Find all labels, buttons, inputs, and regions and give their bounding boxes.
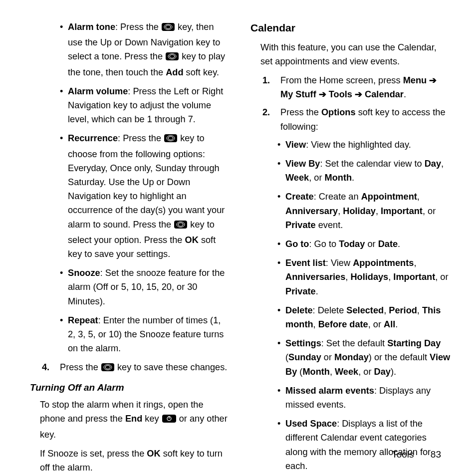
options-label: Options [321, 107, 356, 117]
arrow-icon: ➔ [427, 75, 437, 85]
subheading-turning-off: Turning Off an Alarm [30, 380, 231, 395]
text: , [313, 319, 318, 329]
text: , [441, 159, 444, 169]
paragraph: To stop the alarm when it rings, open th… [40, 398, 231, 442]
bullet-alarm-tone: Alarm tone: Press the key, then use the … [60, 20, 231, 79]
anniversaries-label: Anniversaries [285, 272, 345, 282]
step-number: 1. [262, 73, 270, 87]
end-key-icon [162, 413, 177, 427]
beforedate-label: Before date [318, 319, 368, 329]
paragraph: If Snooze is set, press the OK soft key … [40, 447, 231, 475]
text: ). [391, 367, 396, 377]
calendar-label: Calendar [365, 89, 404, 99]
text: key to choose from the following options… [68, 133, 225, 229]
text: : View the highlighted day. [306, 140, 411, 150]
opt-missed: Missed alarm events: Displays any missed… [277, 384, 451, 412]
label: Snooze [68, 268, 100, 278]
period-label: Period [389, 305, 417, 315]
opt-used-space: Used Space: Displays a list of the diffe… [277, 417, 451, 473]
ok-key-icon [161, 21, 175, 35]
menu-label: Menu [403, 75, 427, 85]
text: : Delete [313, 305, 347, 315]
label: Missed alarm events [285, 386, 374, 396]
text: or [321, 352, 334, 362]
opt-view: View: View the highlighted day. [277, 138, 451, 152]
opt-delete: Delete: Delete Selected, Period, This mo… [277, 303, 451, 331]
label: Recurrence [68, 133, 118, 143]
bullet-alarm-volume: Alarm volume: Press the Left or Right Na… [60, 84, 231, 127]
label: View By [285, 159, 320, 169]
text: From the Home screen, press [280, 75, 403, 85]
text: , [414, 258, 416, 268]
label: Settings [285, 338, 321, 348]
text: ) or the default [369, 352, 430, 362]
text: . [404, 89, 406, 99]
text: , [384, 305, 389, 315]
text: , or [423, 206, 436, 216]
month-label: Month [302, 367, 330, 377]
text: If Snooze is set, press the [40, 449, 147, 459]
page-footer: Tools 83 [392, 449, 441, 460]
text: : Go to [309, 239, 339, 249]
opt-view-by: View By: Set the calendar view to Day, W… [277, 157, 451, 185]
appointment-label: Appointment [361, 192, 417, 202]
text: . [398, 239, 400, 249]
text: soft key. [184, 67, 219, 77]
step-1: 1. From the Home screen, press Menu ➔ My… [262, 73, 451, 101]
ok-key-icon [174, 219, 188, 233]
all-label: All [384, 319, 395, 329]
important-label: Important [381, 206, 423, 216]
text: event. [316, 220, 343, 230]
opt-create: Create: Create an Appointment, Anniversa… [277, 190, 451, 232]
ok-key-icon [164, 133, 178, 147]
heading-calendar: Calendar [250, 20, 451, 36]
add-label: Add [166, 67, 183, 77]
text: , or [368, 319, 384, 329]
text: key [142, 414, 161, 424]
day-label: Day [425, 159, 441, 169]
text: , [376, 206, 381, 216]
startingday-label: Starting Day [387, 338, 441, 348]
week-label: Week [285, 173, 309, 183]
date-label: Date [378, 239, 398, 249]
label: Go to [285, 239, 309, 249]
opt-goto: Go to: Go to Today or Date. [277, 237, 451, 251]
left-column: Alarm tone: Press the key, then use the … [30, 20, 231, 466]
week-label: Week [335, 367, 358, 377]
selected-label: Selected [346, 305, 384, 315]
text: , [345, 272, 350, 282]
end-label: End [125, 414, 142, 424]
month-label: Month [325, 173, 352, 183]
opt-event-list: Event list: View Appointments, Anniversa… [277, 256, 451, 298]
label: Used Space [285, 419, 337, 429]
label: Create [285, 192, 314, 202]
bullet-repeat: Repeat: Enter the number of times (1, 2,… [60, 313, 231, 356]
text: : Create an [314, 192, 361, 202]
label: Alarm volume [68, 86, 128, 96]
private-label: Private [285, 286, 316, 296]
text: , [330, 367, 335, 377]
text: , or [358, 367, 374, 377]
intro-paragraph: With this feature, you can use the Calen… [260, 40, 451, 68]
text: , [417, 192, 420, 202]
text: . [395, 319, 398, 329]
text: : Press the [115, 22, 161, 32]
label: Alarm tone [68, 22, 115, 32]
right-column: Calendar With this feature, you can use … [250, 20, 451, 466]
anniversary-label: Anniversary [285, 206, 338, 216]
text: , [388, 272, 393, 282]
step-4: 4. Press the key to save these changes. [42, 360, 231, 376]
step-number: 4. [42, 360, 49, 374]
text: , or [309, 173, 324, 183]
text: : Set the default [321, 338, 387, 348]
ok-label: OK [147, 449, 160, 459]
label: Delete [285, 305, 313, 315]
text: or [365, 239, 378, 249]
today-label: Today [339, 239, 365, 249]
private-label: Private [285, 220, 316, 230]
bullet-snooze: Snooze: Set the snooze feature for the a… [60, 266, 231, 308]
text: ( [297, 367, 302, 377]
text: . [352, 173, 354, 183]
important-label: Important [393, 272, 435, 282]
text: Press the [60, 362, 101, 372]
